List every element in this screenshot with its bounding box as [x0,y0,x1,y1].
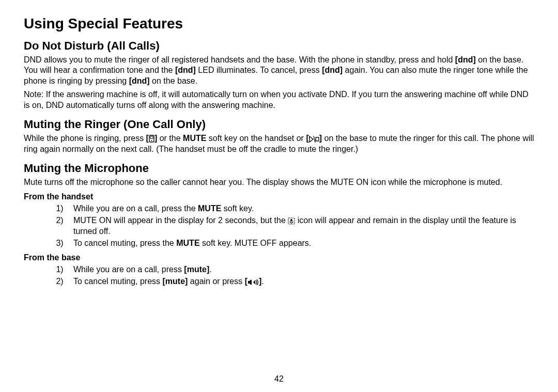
page-number: 42 [0,374,558,384]
svg-point-2 [151,140,152,141]
end-key-icon: [] [146,134,158,143]
svg-rect-9 [248,281,250,284]
ringer-para: While the phone is ringing, press [] or … [24,133,534,154]
text: or the [157,134,183,143]
speaker-key-icon: [] [245,277,262,286]
dnd-para-1: DND allows you to mute the ringer of all… [24,55,534,86]
mic-base-heading: From the base [24,253,534,262]
mute-key-label: [mute] [163,277,188,286]
dnd-key-label: [dnd] [129,76,150,85]
svg-marker-11 [253,280,255,285]
list-item: MUTE ON will appear in the display for 2… [70,215,534,237]
text: again or press [188,277,244,286]
play-stop-key-icon: [] [306,134,322,143]
mute-icon [288,216,295,225]
mute-softkey-label: MUTE [183,134,206,143]
text: LED illuminates. To cancel, press [196,66,322,74]
mic-intro: Mute turns off the microphone so the cal… [24,177,534,187]
list-item: While you are on a call, press the MUTE … [70,203,534,214]
handset-steps: While you are on a call, press the MUTE … [24,203,534,249]
mute-softkey-label: MUTE [176,239,199,247]
text: soft key on the handset or [206,134,306,143]
text: soft key. [221,204,254,213]
page-title: Using Special Features [24,15,534,32]
svg-rect-1 [150,136,153,138]
dnd-key-label: [dnd] [455,55,476,64]
text: While the phone is ringing, press [24,134,146,143]
svg-line-4 [314,136,315,143]
svg-marker-10 [250,279,252,285]
dnd-key-label: [dnd] [175,66,196,74]
section-heading-mic: Muting the Microphone [24,162,534,175]
list-item: To cancel muting, press [mute] again or … [70,276,534,287]
text: . [261,277,264,286]
text: While you are on a call, press the [73,204,198,213]
svg-rect-5 [316,137,319,141]
list-item: While you are on a call, press [mute]. [70,264,534,275]
manual-page: Using Special Features Do Not Disturb (A… [0,0,558,392]
text: To cancel muting, press the [73,239,176,247]
dnd-para-2: Note: If the answering machine is off, i… [24,89,534,111]
mic-handset-heading: From the handset [24,192,534,201]
text: . [209,265,211,274]
svg-marker-3 [309,136,313,142]
text: DND allows you to mute the ringer of all… [24,55,455,64]
dnd-key-label: [dnd] [322,66,343,74]
svg-rect-7 [291,219,293,222]
text: While you are on a call, press [73,265,184,274]
list-item: To cancel muting, press the MUTE soft ke… [70,238,534,248]
text: on the base. [150,76,198,85]
text: soft key. MUTE OFF appears. [200,239,312,247]
mute-softkey-label: MUTE [198,204,221,213]
section-heading-ringer: Muting the Ringer (One Call Only) [24,118,534,131]
section-heading-dnd: Do Not Disturb (All Calls) [24,39,534,53]
text: To cancel muting, press [73,277,163,286]
text: MUTE ON will appear in the display for 2… [73,216,288,225]
mute-key-label: [mute] [184,265,209,274]
base-steps: While you are on a call, press [mute]. T… [24,264,534,287]
